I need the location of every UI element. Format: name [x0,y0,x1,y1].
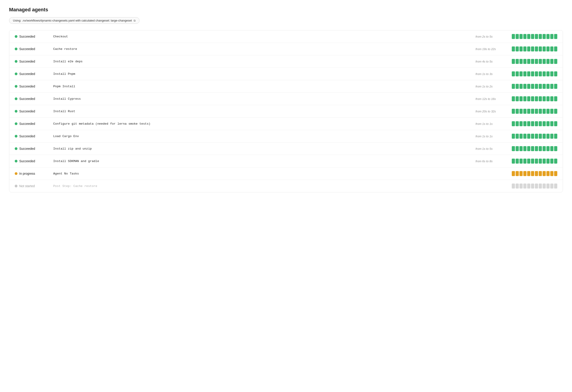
status-dot [15,48,17,50]
status-dot [15,98,17,100]
bar-segment [531,71,534,76]
bar-segment [546,121,550,126]
table-row[interactable]: Not startedPost Step: Cache restore [9,180,563,192]
bar-segment [539,47,542,51]
status-label: Not started [19,184,35,188]
status-indicator: Succeeded [15,84,51,88]
table-row[interactable]: SucceededLoad Cargo Envfrom 1s to 1s [9,130,563,143]
table-row[interactable]: SucceededInstall Cypressfrom 12s to 16s [9,93,563,105]
step-name: Install Cypress [51,97,471,101]
status-indicator: Succeeded [15,60,51,63]
bar-segment [554,96,557,101]
table-row[interactable]: SucceededInstall Rustfrom 20s to 32s [9,105,563,118]
table-row[interactable]: SucceededPnpm Installfrom 1s to 2s [9,80,563,93]
bar-segment [520,146,523,151]
table-row[interactable]: SucceededCache restorefrom 19s to 22s [9,43,563,55]
bar-segment [542,121,546,126]
status-indicator: Succeeded [15,109,51,113]
step-name: Cache restore [51,47,471,51]
bar-segment [516,59,519,64]
status-dot [15,135,17,138]
bar-segment [531,159,534,163]
bar-segment [516,71,519,76]
bar-segment [550,134,554,139]
table-row[interactable]: SucceededInstall SDKMAN and gradlefrom 6… [9,155,563,167]
bar-segment [539,171,542,176]
bar-segment [531,109,534,114]
status-label: Succeeded [19,109,35,113]
step-duration: from 4s to 5s [471,60,507,63]
bar-segment [516,121,519,126]
bar-segment [531,146,534,151]
bar-segment [546,84,550,89]
bar-segment [531,171,534,176]
status-dot [15,85,17,88]
bar-segment [535,34,538,39]
table-row[interactable]: SucceededInstall e2e depsfrom 4s to 5s [9,55,563,68]
bar-segment [523,34,526,39]
step-name: Install Rust [51,110,471,113]
bar-segment [520,84,523,89]
bar-segment [554,71,557,76]
bar-segment [516,84,519,89]
workflow-badge: Using: .nx/workflows/dynamic-changesets.… [9,17,140,24]
bar-segment [554,159,557,163]
progress-bars [512,171,557,176]
bar-segment [512,159,515,163]
progress-bars [512,47,557,51]
bar-segment [520,159,523,163]
bar-segment [546,47,550,51]
bar-segment [539,121,542,126]
external-link-icon[interactable]: ⧉ [134,19,136,22]
bar-segment [539,59,542,64]
step-duration: from 1s to 5s [471,147,507,150]
bar-segment [512,96,515,101]
bar-segment [516,159,519,163]
table-row[interactable]: SucceededInstall zip and unzipfrom 1s to… [9,143,563,155]
status-dot [15,160,17,163]
bar-segment [520,109,523,114]
bar-segment [542,159,546,163]
bar-segment [539,84,542,89]
step-name: Install zip and unzip [51,147,471,150]
bar-segment [535,71,538,76]
bar-segment [527,96,530,101]
bar-segment [546,96,550,101]
progress-bars [512,109,557,114]
progress-bars [512,71,557,76]
bar-segment [554,47,557,51]
status-label: Succeeded [19,147,35,150]
status-indicator: Succeeded [15,122,51,126]
bar-segment [554,134,557,139]
table-row[interactable]: SucceededInstall Pnpmfrom 1s to 3s [9,68,563,80]
bar-segment [542,71,546,76]
bar-segment [516,96,519,101]
bar-segment [527,109,530,114]
table-row[interactable]: SucceededConfigure git metadata (needed … [9,118,563,130]
bar-segment [531,34,534,39]
step-duration: from 1s to 2s [471,85,507,88]
status-indicator: Succeeded [15,147,51,150]
table-row[interactable]: In progressAgent Nx Tasks [9,167,563,180]
status-indicator: Succeeded [15,159,51,163]
step-duration: from 1s to 1s [471,135,507,138]
bar-segment [527,134,530,139]
bar-segment [554,171,557,176]
table-row[interactable]: SucceededCheckoutfrom 2s to 5s [9,30,563,43]
step-duration: from 1s to 1s [471,122,507,126]
bar-segment [550,59,554,64]
bar-segment [520,134,523,139]
step-duration: from 20s to 32s [471,110,507,113]
bar-segment [523,109,526,114]
bar-segment [542,171,546,176]
progress-bars [512,34,557,39]
bar-segment [535,171,538,176]
bar-segment [539,34,542,39]
bar-segment [516,146,519,151]
bar-segment [550,183,554,189]
status-label: Succeeded [19,159,35,163]
bar-segment [523,134,526,139]
status-indicator: Succeeded [15,134,51,138]
step-name: Agent Nx Tasks [51,172,471,175]
bar-segment [535,134,538,139]
